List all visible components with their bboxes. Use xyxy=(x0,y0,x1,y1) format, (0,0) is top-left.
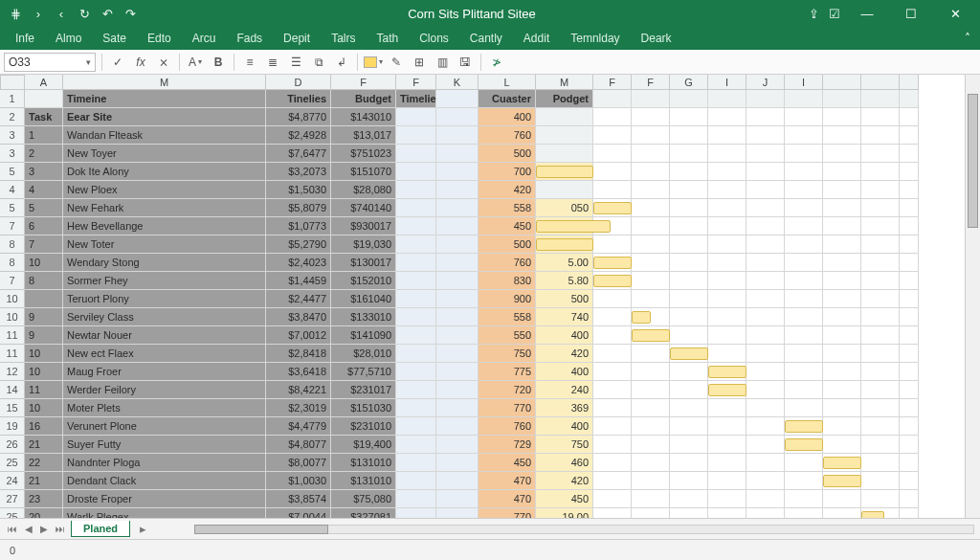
gantt-cell[interactable] xyxy=(708,235,746,254)
podget-cell[interactable] xyxy=(536,145,593,163)
gantt-cell[interactable] xyxy=(785,326,823,345)
menu-item[interactable]: Edto xyxy=(142,30,177,47)
gantt-cell[interactable] xyxy=(593,490,632,508)
column-header[interactable]: A xyxy=(25,75,63,90)
header-cell[interactable] xyxy=(785,90,823,108)
gantt-cell[interactable] xyxy=(785,290,823,308)
spacer-cell[interactable] xyxy=(436,235,479,254)
row-header[interactable]: 2 xyxy=(0,108,25,126)
gantt-cell[interactable] xyxy=(708,345,746,363)
budget-cell[interactable]: $2,4477 xyxy=(266,290,331,308)
budget2-cell[interactable]: $141090 xyxy=(331,326,396,345)
gantt-cell[interactable] xyxy=(823,326,861,345)
task-name-cell[interactable]: New ect Flaex xyxy=(63,345,266,363)
gantt-cell[interactable] xyxy=(900,381,919,399)
gantt-cell[interactable] xyxy=(900,199,919,217)
task-name-cell[interactable]: Dendant Clack xyxy=(63,472,266,490)
spacer-cell[interactable] xyxy=(436,217,479,235)
gantt-cell[interactable] xyxy=(785,308,823,326)
budget-cell[interactable]: $1,5030 xyxy=(266,181,331,199)
gantt-cell[interactable] xyxy=(861,436,900,454)
gantt-cell[interactable] xyxy=(900,472,919,490)
gantt-cell[interactable] xyxy=(746,454,785,472)
gantt-cell[interactable] xyxy=(670,235,708,254)
podget-cell[interactable] xyxy=(536,126,593,145)
gantt-cell[interactable] xyxy=(593,181,632,199)
menu-item[interactable]: Sate xyxy=(97,30,132,47)
gantt-cell[interactable] xyxy=(823,199,861,217)
gantt-cell[interactable] xyxy=(593,472,632,490)
budget-cell[interactable]: $7,0012 xyxy=(266,326,331,345)
gantt-cell[interactable] xyxy=(593,126,632,145)
gantt-cell[interactable] xyxy=(708,436,746,454)
bold-button[interactable]: B xyxy=(209,53,228,72)
spacer-cell[interactable] xyxy=(396,181,436,199)
cuaster-cell[interactable]: 500 xyxy=(479,235,536,254)
task-index-cell[interactable]: 21 xyxy=(25,472,63,490)
gantt-cell[interactable] xyxy=(746,399,785,417)
budget-cell[interactable]: $3,8574 xyxy=(266,490,331,508)
budget2-cell[interactable]: $130017 xyxy=(331,254,396,272)
podget-cell[interactable]: 369 xyxy=(536,399,593,417)
cuaster-cell[interactable]: 450 xyxy=(479,454,536,472)
cuaster-cell[interactable]: 400 xyxy=(479,108,536,126)
merge-button[interactable]: ⧉ xyxy=(309,53,328,72)
undo-icon[interactable]: ↶ xyxy=(100,6,115,21)
gantt-bar[interactable] xyxy=(785,438,823,451)
clear-icon[interactable]: ⨯ xyxy=(154,53,173,72)
row-header[interactable]: 15 xyxy=(0,399,25,417)
nav-fwd-icon[interactable]: ‹ xyxy=(54,6,69,21)
task-name-cell[interactable]: Droste Froper xyxy=(63,490,266,508)
gantt-cell[interactable] xyxy=(670,254,708,272)
menu-item[interactable]: Addit xyxy=(518,30,555,47)
gantt-cell[interactable] xyxy=(632,235,670,254)
gantt-cell[interactable] xyxy=(593,326,632,345)
task-index-cell[interactable]: 22 xyxy=(25,454,63,472)
gantt-cell[interactable] xyxy=(670,290,708,308)
cuaster-cell[interactable]: 720 xyxy=(479,381,536,399)
podget-cell[interactable] xyxy=(536,108,593,126)
cuaster-cell[interactable]: 700 xyxy=(479,163,536,181)
cuaster-cell[interactable]: 770 xyxy=(479,399,536,417)
sheet-tab-active[interactable]: Planed xyxy=(71,521,130,537)
task-name-cell[interactable]: Wendary Stong xyxy=(63,254,266,272)
task-index-cell[interactable]: 8 xyxy=(25,272,63,290)
task-index-cell[interactable]: 9 xyxy=(25,326,63,345)
spacer-cell[interactable] xyxy=(396,272,436,290)
gantt-cell[interactable] xyxy=(632,145,670,163)
budget2-cell[interactable]: $231010 xyxy=(331,417,396,436)
script-button[interactable]: ≯ xyxy=(487,53,506,72)
gantt-cell[interactable] xyxy=(785,272,823,290)
podget-cell[interactable]: 5.00 xyxy=(536,254,593,272)
gantt-cell[interactable] xyxy=(593,417,632,436)
gantt-cell[interactable] xyxy=(785,254,823,272)
gantt-cell[interactable] xyxy=(861,126,900,145)
menu-item[interactable]: Deark xyxy=(635,30,678,47)
gantt-cell[interactable] xyxy=(632,272,670,290)
row-header[interactable]: 14 xyxy=(0,381,25,399)
budget-cell[interactable]: $2,3019 xyxy=(266,399,331,417)
cuaster-cell[interactable]: 775 xyxy=(479,363,536,381)
header-cell[interactable] xyxy=(861,90,900,108)
gantt-cell[interactable] xyxy=(785,163,823,181)
column-header[interactable]: K xyxy=(436,75,479,90)
add-sheet-button[interactable]: ▸ xyxy=(134,522,152,536)
task-index-cell[interactable]: 4 xyxy=(25,181,63,199)
task-index-cell[interactable] xyxy=(25,290,63,308)
gantt-cell[interactable] xyxy=(861,163,900,181)
spacer-cell[interactable] xyxy=(436,181,479,199)
gantt-cell[interactable] xyxy=(785,345,823,363)
task-name-cell[interactable]: New Fehark xyxy=(63,199,266,217)
row-header[interactable]: 8 xyxy=(0,235,25,254)
spacer-cell[interactable] xyxy=(436,472,479,490)
gantt-cell[interactable] xyxy=(746,145,785,163)
spacer-cell[interactable] xyxy=(396,254,436,272)
spacer-cell[interactable] xyxy=(396,345,436,363)
ribbon-collapse-icon[interactable]: ˄ xyxy=(965,32,970,45)
gantt-bar[interactable] xyxy=(632,329,670,342)
gantt-cell[interactable] xyxy=(670,217,708,235)
task-name-cell[interactable]: New Ploex xyxy=(63,181,266,199)
gantt-cell[interactable] xyxy=(746,235,785,254)
column-header[interactable]: I xyxy=(785,75,823,90)
spacer-cell[interactable] xyxy=(436,490,479,508)
